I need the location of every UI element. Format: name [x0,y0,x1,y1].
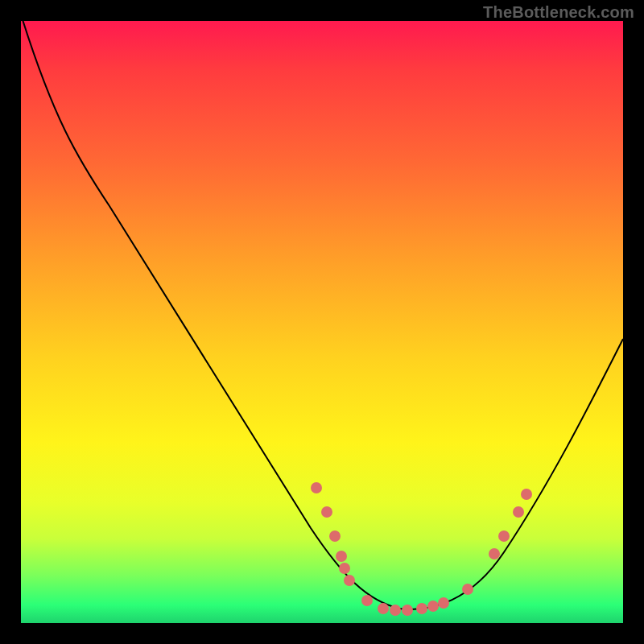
data-point [361,595,373,606]
data-point [427,601,439,612]
data-point [336,551,347,562]
data-points [311,482,532,616]
data-point [390,605,401,616]
data-point [339,563,350,574]
data-point [489,548,500,559]
data-point [513,506,524,518]
bottleneck-curve [21,21,623,609]
data-point [462,584,473,595]
data-point [311,482,322,493]
data-point [344,575,355,586]
data-point [498,530,510,542]
watermark-text: TheBottleneck.com [483,3,634,22]
data-point [416,603,427,614]
data-point [321,506,332,518]
data-point [329,530,341,542]
curve-svg [21,21,623,623]
plot-area [21,21,623,623]
data-point [521,489,532,500]
data-point [438,597,449,609]
chart-stage: TheBottleneck.com [0,0,644,644]
data-point [378,603,389,614]
data-point [402,605,413,616]
